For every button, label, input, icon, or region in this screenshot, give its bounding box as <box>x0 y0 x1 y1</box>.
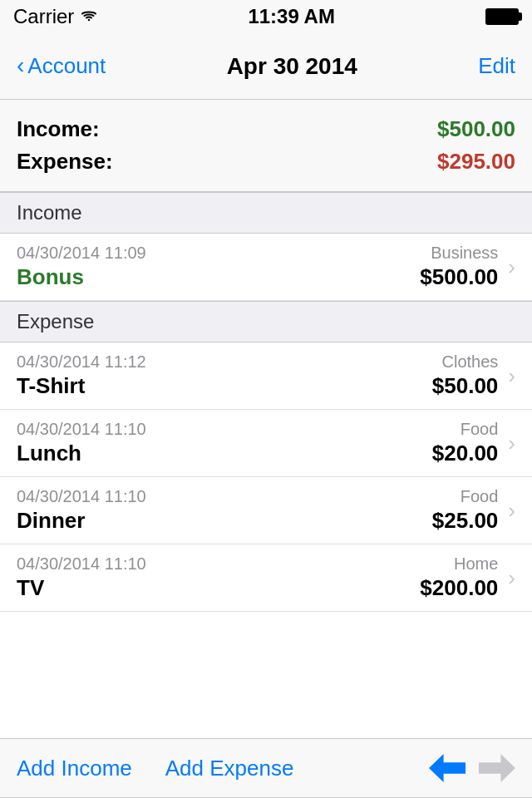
nav-back-arrow-icon[interactable] <box>429 754 466 782</box>
income-summary-row: Income: $500.00 <box>17 113 515 145</box>
add-expense-button[interactable]: Add Expense <box>165 756 294 781</box>
transaction-tv[interactable]: 04/30/2014 11:10 TV Home $200.00 › <box>0 544 532 612</box>
nav-bar: ‹ Account Apr 30 2014 Edit <box>0 33 532 100</box>
income-section-header: Income <box>0 192 532 234</box>
transaction-category: Home <box>420 554 498 574</box>
transaction-date: 04/30/2014 11:09 <box>17 244 420 263</box>
transaction-category: Food <box>432 487 499 506</box>
transaction-info: Food $25.00 <box>432 487 499 534</box>
transaction-info: Business $500.00 <box>420 244 498 290</box>
transaction-right: Business $500.00 › <box>420 244 515 290</box>
back-label: Account <box>27 53 106 79</box>
chevron-right-icon: › <box>508 431 515 456</box>
transaction-right: Food $20.00 › <box>432 420 515 466</box>
status-time: 11:39 AM <box>248 5 334 28</box>
transaction-left: 04/30/2014 11:10 TV <box>17 554 420 601</box>
expense-value: $295.00 <box>437 149 515 175</box>
nav-title: Apr 30 2014 <box>227 53 357 80</box>
transaction-name: Lunch <box>17 441 432 466</box>
chevron-right-icon: › <box>508 565 515 591</box>
transaction-amount: $25.00 <box>432 508 499 534</box>
transaction-amount: $50.00 <box>432 373 499 399</box>
transaction-date: 04/30/2014 11:10 <box>17 487 432 506</box>
nav-forward-arrow-icon[interactable] <box>479 754 515 782</box>
transaction-tshirt[interactable]: 04/30/2014 11:12 T-Shirt Clothes $50.00 … <box>0 342 532 410</box>
add-income-button[interactable]: Add Income <box>17 756 132 781</box>
transaction-bonus[interactable]: 04/30/2014 11:09 Bonus Business $500.00 … <box>0 234 532 301</box>
expense-label: Expense: <box>17 149 113 175</box>
status-bar: Carrier 11:39 AM <box>0 0 532 33</box>
expense-section-header: Expense <box>0 301 532 342</box>
transaction-right: Home $200.00 › <box>420 554 515 601</box>
summary-section: Income: $500.00 Expense: $295.00 <box>0 100 532 192</box>
transaction-lunch[interactable]: 04/30/2014 11:10 Lunch Food $20.00 › <box>0 410 532 477</box>
transaction-name: Bonus <box>17 264 420 290</box>
income-value: $500.00 <box>437 116 515 142</box>
carrier-text: Carrier <box>13 5 97 28</box>
transaction-category: Food <box>432 420 499 439</box>
transaction-category: Clothes <box>432 352 499 372</box>
transaction-right: Clothes $50.00 › <box>432 352 515 399</box>
transaction-dinner[interactable]: 04/30/2014 11:10 Dinner Food $25.00 › <box>0 477 532 544</box>
wifi-icon <box>81 11 97 22</box>
transaction-category: Business <box>420 244 498 263</box>
transaction-name: Dinner <box>17 508 432 534</box>
transaction-info: Food $20.00 <box>432 420 499 466</box>
transaction-left: 04/30/2014 11:09 Bonus <box>17 244 420 290</box>
footer-area: Add Income Add Expense <box>0 738 532 798</box>
transaction-date: 04/30/2014 11:10 <box>17 554 420 574</box>
transaction-date: 04/30/2014 11:10 <box>17 420 432 439</box>
transaction-name: T-Shirt <box>17 373 432 399</box>
footer-actions: Add Income Add Expense <box>17 756 293 781</box>
expense-section-title: Expense <box>17 310 94 332</box>
expense-summary-row: Expense: $295.00 <box>17 145 515 178</box>
transaction-date: 04/30/2014 11:12 <box>17 352 432 372</box>
chevron-right-icon: › <box>508 498 515 524</box>
chevron-right-icon: › <box>508 363 515 389</box>
transaction-left: 04/30/2014 11:10 Dinner <box>17 487 432 534</box>
transaction-amount: $200.00 <box>420 575 498 601</box>
edit-button[interactable]: Edit <box>478 53 515 79</box>
footer-nav-icons <box>429 754 515 782</box>
back-chevron-icon: ‹ <box>17 54 24 77</box>
income-section-title: Income <box>17 201 82 224</box>
main-content: Income: $500.00 Expense: $295.00 Income … <box>0 100 532 695</box>
back-button[interactable]: ‹ Account <box>17 53 106 79</box>
chevron-right-icon: › <box>508 254 515 280</box>
battery-icon <box>485 8 519 25</box>
income-label: Income: <box>17 116 100 142</box>
transaction-info: Clothes $50.00 <box>432 352 499 399</box>
transaction-right: Food $25.00 › <box>432 487 515 534</box>
transaction-name: TV <box>17 575 420 601</box>
transaction-left: 04/30/2014 11:10 Lunch <box>17 420 432 466</box>
transaction-info: Home $200.00 <box>420 554 498 601</box>
footer-bar: Add Income Add Expense <box>0 739 532 797</box>
transaction-amount: $20.00 <box>432 441 499 466</box>
transaction-amount: $500.00 <box>420 264 498 290</box>
transaction-left: 04/30/2014 11:12 T-Shirt <box>17 352 432 399</box>
